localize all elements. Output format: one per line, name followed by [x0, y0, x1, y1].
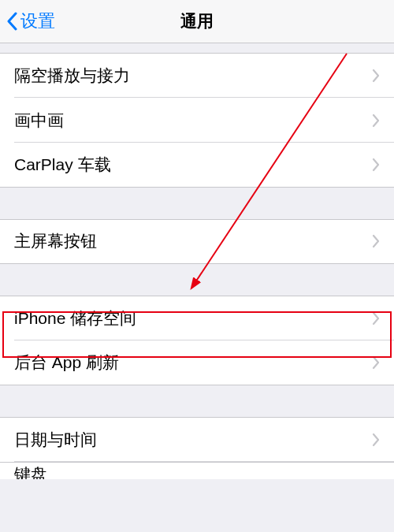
chevron-right-icon [372, 311, 380, 326]
row-label: CarPlay 车载 [14, 154, 372, 176]
page-title: 通用 [0, 10, 394, 32]
chevron-right-icon [372, 234, 380, 248]
chevron-left-icon [6, 12, 17, 31]
row-airplay-handoff[interactable]: 隔空播放与接力 [0, 53, 394, 98]
row-carplay[interactable]: CarPlay 车载 [0, 143, 394, 188]
row-picture-in-picture[interactable]: 画中画 [0, 98, 394, 143]
row-label: 主屏幕按钮 [14, 230, 372, 252]
row-label: 画中画 [14, 110, 372, 132]
row-label: 后台 App 刷新 [14, 352, 372, 374]
group-gap [0, 385, 394, 417]
row-background-app-refresh[interactable]: 后台 App 刷新 [0, 340, 394, 385]
back-label: 设置 [20, 9, 55, 33]
row-label: 键盘 [14, 463, 47, 479]
row-iphone-storage[interactable]: iPhone 储存空间 [0, 296, 394, 340]
chevron-right-icon [372, 433, 380, 447]
chevron-right-icon [372, 158, 380, 172]
row-keyboard-partial[interactable]: 键盘 [0, 462, 394, 479]
row-home-button[interactable]: 主屏幕按钮 [0, 219, 394, 264]
chevron-right-icon [372, 355, 380, 370]
row-label: iPhone 储存空间 [14, 307, 372, 329]
chevron-right-icon [372, 69, 380, 83]
row-label: 隔空播放与接力 [14, 65, 372, 87]
chevron-right-icon [372, 113, 380, 128]
nav-bar: 设置 通用 [0, 0, 394, 43]
group-gap [0, 264, 394, 296]
row-label: 日期与时间 [14, 429, 372, 451]
group-gap [0, 188, 394, 219]
back-button[interactable]: 设置 [6, 9, 55, 33]
row-date-time[interactable]: 日期与时间 [0, 417, 394, 462]
group-gap [0, 43, 394, 53]
